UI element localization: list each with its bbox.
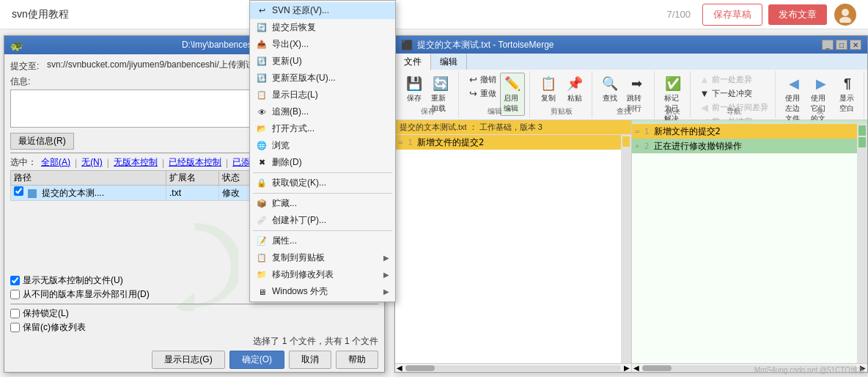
show-whitespace-button[interactable]: ¶ 显示空白 [836, 73, 859, 116]
ctx-item-4[interactable]: 🔃更新至版本(U)... [250, 70, 395, 87]
save-button[interactable]: 💾 保存 [402, 73, 426, 106]
ctx-icon-copy: 📋 [256, 252, 268, 264]
enable-edit-button[interactable]: ✏️ 启用编辑 [500, 73, 525, 116]
show-external-checkbox[interactable] [10, 290, 20, 299]
ctx-separator-10 [253, 172, 392, 173]
undo-button[interactable]: ↩ 撤销 [465, 73, 499, 86]
undo-label: 撤销 [480, 74, 496, 85]
ctx-item-1[interactable]: 🔄提交后恢复 [250, 19, 395, 36]
left-scroll-left[interactable]: ◀ [395, 364, 404, 372]
ctx-item-13[interactable]: 📦贮藏... [250, 195, 395, 212]
publish-button[interactable]: 发布文章 [768, 4, 827, 25]
right-line-num-1: = 1 [635, 127, 650, 136]
button-row: 显示日志(G) 确定(O) 取消 帮助 [10, 351, 378, 369]
ctx-item-5[interactable]: 📋显示日志(L) [250, 87, 395, 103]
filter-novc[interactable]: 无版本控制 [114, 156, 158, 169]
ribbon-tabs: 文件 编辑 [395, 54, 867, 70]
ctx-item-11[interactable]: 🔒获取锁定(K)... [250, 175, 395, 191]
tab-edit[interactable]: 编辑 [431, 54, 467, 70]
find-button[interactable]: 🔍 查找 [598, 73, 622, 106]
ctx-separator-15 [253, 230, 392, 231]
avatar[interactable] [834, 4, 856, 26]
right-line-1: = 1 新增文件的提交2 [632, 124, 868, 139]
help-button[interactable]: 帮助 [336, 351, 378, 369]
left-mark [622, 136, 630, 147]
left-line-content-1: 新增文件的提交2 [417, 136, 628, 149]
ctx-label-5: 显示日志(L) [272, 89, 318, 101]
ribbon: 文件 编辑 💾 保存 🔄 重新加载 保存 [395, 54, 867, 120]
ctx-label-3: 更新(U) [272, 55, 302, 67]
left-scroll-right[interactable]: ▶ [622, 364, 631, 372]
ctx-item-9[interactable]: ✖删除(D) [250, 154, 395, 171]
ctx-item-0[interactable]: ↩SVN 还原(V)... [250, 2, 395, 19]
close-button[interactable]: ✕ [850, 40, 861, 50]
cancel-button[interactable]: 取消 [289, 351, 331, 369]
save-changes-checkbox[interactable] [10, 323, 20, 332]
show-whitespace-icon: ¶ [839, 75, 856, 92]
ctx-label-6: 追溯(B)... [272, 106, 309, 118]
ribbon-group-clipboard: 📋 复制 📌 粘贴 剪贴板 [532, 71, 592, 118]
ctx-icon-move: 📁 [256, 269, 268, 281]
prev-diff-button[interactable]: ▲ 前一处差异 [696, 73, 770, 86]
filter-all[interactable]: 全部(A) [41, 156, 70, 169]
left-scroll-track [405, 365, 621, 371]
ctx-icon-update-rev: 🔃 [256, 73, 268, 84]
paste-icon: 📌 [566, 75, 584, 92]
ctx-icon-patch: 🩹 [256, 215, 268, 227]
right-line-2: + 2 正在进行修改撤销操作 [632, 139, 868, 153]
ctx-icon-update: 🔃 [256, 56, 268, 67]
merge-title: 提交的文本测试.txt - TortoiseMerge [417, 39, 822, 51]
tab-file[interactable]: 文件 [395, 54, 431, 70]
show-unversioned-checkbox[interactable] [10, 276, 20, 285]
right-line-content-2: 正在进行修改撤销操作 [654, 140, 865, 153]
ctx-item-19[interactable]: 🖥Windows 外壳▶ [250, 283, 395, 300]
ctx-item-14[interactable]: 🩹创建补丁(P)... [250, 212, 395, 229]
cell-ext: .txt [166, 186, 218, 201]
ok-button[interactable]: 确定(O) [229, 351, 284, 369]
merge-titlebar: ⬛ 提交的文本测试.txt - TortoiseMerge _ □ ✕ [395, 36, 867, 54]
ctx-label-19: Windows 外壳 [272, 285, 328, 298]
right-pane-body[interactable]: = 1 新增文件的提交2 + 2 正在进行修改撤销操作 [632, 124, 868, 363]
recent-message-button[interactable]: 最近信息(R) [10, 133, 74, 150]
log-button[interactable]: 显示日志(G) [152, 351, 224, 369]
find-icon: 🔍 [601, 75, 619, 92]
filter-none[interactable]: 无(N) [81, 156, 103, 169]
filter-controlled[interactable]: 已经版本控制 [169, 156, 221, 169]
maximize-button[interactable]: □ [836, 40, 847, 50]
ctx-item-8[interactable]: 🌐浏览 [250, 137, 395, 154]
mark-resolved-icon: ✅ [664, 75, 682, 92]
right-mark-2 [858, 137, 866, 147]
left-scroll-thumb[interactable] [405, 365, 435, 371]
ctx-item-3[interactable]: 🔃更新(U) [250, 53, 395, 70]
copy-button[interactable]: 📋 复制 [536, 73, 561, 106]
left-pane-header: 提交的文本测试.txt ： 工作基础，版本 3 [395, 120, 631, 135]
ctx-item-17[interactable]: 📋复制到剪贴板▶ [250, 249, 395, 266]
resolve-group-label: 解决 [666, 106, 680, 117]
undo-icon: ↩ [467, 73, 479, 85]
save-draft-button[interactable]: 保存草稿 [702, 4, 762, 26]
ctx-label-13: 贮藏... [272, 197, 297, 210]
keep-lock-checkbox[interactable] [10, 309, 20, 318]
next-conflict-button[interactable]: ▼ 下一处冲突 [696, 87, 770, 100]
ctx-icon-open-with: 📂 [256, 123, 268, 135]
redo-button[interactable]: ↪ 重做 [465, 87, 499, 100]
right-scroll-thumb[interactable] [642, 365, 672, 371]
ctx-item-16[interactable]: 📝属性... [250, 233, 395, 249]
ctx-item-7[interactable]: 📂打开方式... [250, 120, 395, 137]
right-scroll-left[interactable]: ◀ [632, 364, 641, 372]
ctx-icon-props: 📝 [256, 235, 268, 247]
status-text: 选择了 1 个文件，共有 1 个文件 [253, 335, 378, 348]
svg-point-1 [839, 17, 851, 23]
left-scrollbar-h[interactable]: ◀ ▶ [395, 363, 631, 372]
left-pane-body[interactable]: = 1 新增文件的提交2 [395, 135, 631, 363]
row-checkbox[interactable] [14, 186, 23, 196]
ctx-separator-12 [253, 193, 392, 194]
paste-button[interactable]: 📌 粘贴 [562, 73, 587, 106]
ribbon-group-save: 💾 保存 🔄 重新加载 保存 [398, 71, 459, 118]
copy-icon: 📋 [540, 75, 557, 92]
ctx-item-6[interactable]: 👁追溯(B)... [250, 103, 395, 120]
minimize-button[interactable]: _ [822, 40, 834, 50]
mark-resolved-button[interactable]: ✅ 标记为已解决 [661, 73, 685, 126]
ctx-item-18[interactable]: 📁移动到修改列表▶ [250, 266, 395, 283]
ctx-item-2[interactable]: 📤导出(X)... [250, 36, 395, 53]
